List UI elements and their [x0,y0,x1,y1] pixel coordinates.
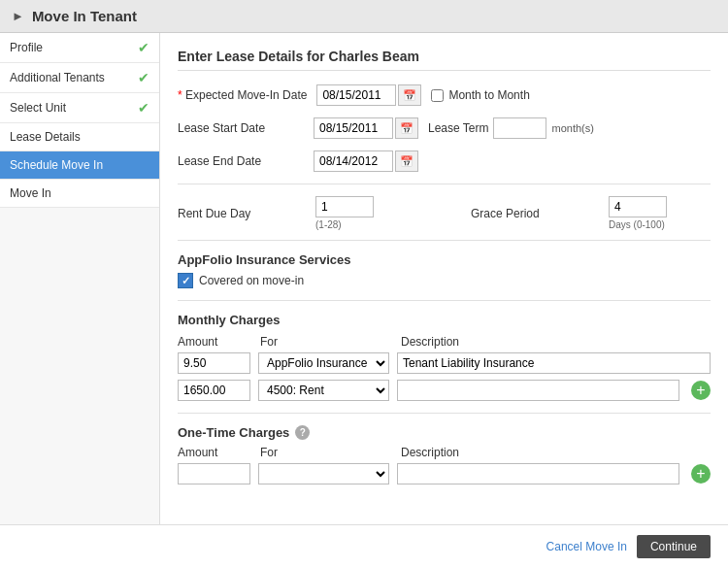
monthly-desc-2[interactable] [397,380,679,401]
divider-3 [178,300,711,301]
monthly-charge-row-2: 4500: Rent + [178,380,711,401]
add-one-time-charge-btn[interactable]: + [691,464,711,484]
continue-button[interactable]: Continue [637,535,711,558]
lease-start-row: Lease Start Date 📅 Lease Term month(s) [178,117,711,139]
rent-due-hint: (1-28) [315,219,374,230]
cancel-button[interactable]: Cancel Move In [546,540,627,553]
lease-end-input[interactable] [314,150,393,172]
expected-move-in-label: * Expected Move-In Date [178,88,307,102]
add-monthly-charge-btn[interactable]: + [691,381,711,400]
monthly-charges-section: Monthly Charges Amount For Description A… [178,313,711,401]
insurance-section: AppFolio Insurance Services ✓ Covered on… [178,252,711,288]
expected-move-in-input[interactable] [316,84,396,106]
one-time-charges-header: Amount For Description [178,446,711,459]
expected-move-in-cal-btn[interactable]: 📅 [398,84,421,106]
sidebar-item-additional-tenants[interactable]: Additional Tenants ✔ [0,63,159,93]
insurance-checkbox[interactable]: ✓ [178,273,193,288]
monthly-charge-row-1: AppFolio Insurance Se... [178,352,711,374]
for-col-header: For [260,335,401,349]
monthly-desc-1[interactable] [397,352,711,374]
rent-grace-row: Rent Due Day (1-28) Grace Period Days (0… [178,196,711,230]
one-time-charges-title: One-Time Charges ? [178,425,711,440]
monthly-for-select-2[interactable]: 4500: Rent [258,380,389,401]
one-time-desc-col-header: Description [401,446,711,459]
lease-term-input[interactable] [493,117,546,139]
main-content: Enter Lease Details for Charles Beam * E… [160,33,728,524]
sidebar-item-select-unit[interactable]: Select Unit ✔ [0,93,159,123]
insurance-title: AppFolio Insurance Services [178,252,711,267]
lease-end-row: Lease End Date 📅 [178,150,711,172]
check-icon-profile: ✔ [138,40,149,55]
one-time-desc-1[interactable] [397,463,679,484]
grace-period-field-group: Days (0-100) [609,196,667,230]
page-header: ► Move In Tenant [0,0,728,33]
grace-period-hint: Days (0-100) [609,219,667,230]
lease-start-input[interactable] [314,117,393,139]
month-to-month-label: Month to Month [448,88,529,102]
sidebar-item-move-in[interactable]: Move In [0,180,159,208]
charges-header: Amount For Description [178,335,711,349]
sidebar-item-schedule-move[interactable]: Schedule Move In [0,151,159,180]
desc-col-header: Description [401,335,711,349]
one-time-for-col-header: For [260,446,401,459]
lease-term-label: Lease Term [428,121,488,135]
divider-4 [178,413,711,414]
insurance-check-row: ✓ Covered on move-in [178,273,711,288]
sidebar-item-profile[interactable]: Profile ✔ [0,33,159,63]
lease-end-label: Lease End Date [178,154,304,168]
lease-start-label: Lease Start Date [178,121,304,135]
section-title: Enter Lease Details for Charles Beam [178,49,711,71]
monthly-amount-1[interactable] [178,352,250,374]
sidebar-item-lease-details[interactable]: Lease Details [0,123,159,151]
sidebar: Profile ✔ Additional Tenants ✔ Select Un… [0,33,160,524]
insurance-check-label: Covered on move-in [199,274,304,287]
one-time-amount-1[interactable] [178,463,250,484]
check-icon-additional-tenants: ✔ [138,70,149,85]
page-title: Move In Tenant [32,8,137,24]
month-to-month-group: Month to Month [431,88,529,102]
lease-start-date-group: 📅 [314,117,418,139]
one-time-for-select-1[interactable] [258,463,389,484]
divider-2 [178,240,711,241]
one-time-charges-section: One-Time Charges ? Amount For Descriptio… [178,425,711,484]
rent-due-day-label: Rent Due Day [178,207,304,220]
one-time-amount-col-header: Amount [178,446,260,459]
lease-term-group: Lease Term month(s) [428,117,594,139]
rent-due-day-input[interactable] [315,196,374,217]
arrow-icon: ► [12,9,24,23]
amount-col-header: Amount [178,335,260,349]
expected-move-in-row: * Expected Move-In Date 📅 Month to Month [178,84,711,106]
grace-period-input[interactable] [609,196,667,217]
monthly-charges-title: Monthly Charges [178,313,711,327]
divider-1 [178,184,711,184]
monthly-amount-2[interactable] [178,380,250,401]
one-time-charge-row-1: + [178,463,711,484]
lease-start-cal-btn[interactable]: 📅 [395,117,418,139]
month-to-month-checkbox[interactable] [431,89,444,102]
help-icon[interactable]: ? [295,425,310,440]
lease-end-cal-btn[interactable]: 📅 [395,150,418,172]
monthly-for-select-1[interactable]: AppFolio Insurance Se... [258,352,389,374]
footer-actions: Cancel Move In Continue [0,524,728,568]
grace-period-label: Grace Period [471,207,597,220]
check-icon-select-unit: ✔ [138,100,149,116]
months-label: month(s) [551,122,593,134]
lease-end-date-group: 📅 [314,150,418,172]
expected-move-in-date-group: 📅 [316,84,421,106]
rent-due-day-field-group: (1-28) [315,196,374,230]
